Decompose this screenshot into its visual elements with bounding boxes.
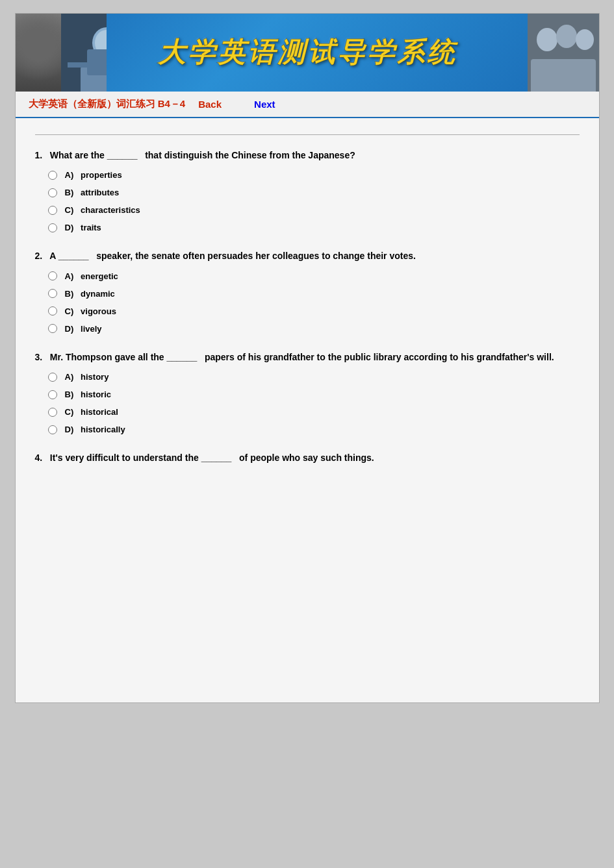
question-1-text: 1. What are the ______ that distinguish …	[35, 145, 580, 162]
list-item: C) vigorous	[48, 306, 580, 316]
q1-option-b[interactable]	[48, 188, 57, 197]
next-link[interactable]: Next	[254, 99, 275, 110]
question-1: 1. What are the ______ that distinguish …	[35, 145, 580, 232]
question-3-text: 3. Mr. Thompson gave all the ______ pape…	[35, 347, 580, 364]
question-2: 2. A ______ speaker, the senate often pe…	[35, 245, 580, 333]
nav-bar: 大学英语（全新版）词汇练习 B4－4 Back Next	[16, 92, 599, 118]
header-banner: 大学英语测试导学系统	[16, 14, 599, 92]
q3-option-a[interactable]	[48, 373, 57, 382]
list-item: B) dynamic	[48, 289, 580, 299]
content-area: 1. What are the ______ that distinguish …	[16, 118, 599, 702]
question-3-options: A) history B) historic C) historical D) …	[35, 372, 580, 434]
question-2-text: 2. A ______ speaker, the senate often pe…	[35, 245, 580, 263]
q1-label-d[interactable]: D) traits	[65, 223, 101, 232]
q1-label-a[interactable]: A) properties	[65, 170, 122, 180]
list-item: C) historical	[48, 407, 580, 417]
q1-label-c[interactable]: C) characteristics	[65, 205, 140, 215]
q3-label-c[interactable]: C) historical	[65, 407, 118, 417]
list-item: B) historic	[48, 390, 580, 399]
q3-option-d[interactable]	[48, 425, 57, 434]
q1-option-d[interactable]	[48, 223, 57, 232]
question-2-options: A) energetic B) dynamic C) vigorous D) l…	[35, 271, 580, 334]
list-item: D) historically	[48, 425, 580, 434]
q2-label-a[interactable]: A) energetic	[65, 271, 118, 281]
question-4: 4. It's very difficult to understand the…	[35, 447, 580, 465]
q3-option-b[interactable]	[48, 390, 57, 399]
q2-label-d[interactable]: D) lively	[65, 324, 102, 334]
list-item: A) properties	[48, 170, 580, 180]
svg-point-9	[537, 28, 557, 51]
question-1-options: A) properties B) attributes C) character…	[35, 170, 580, 232]
q2-option-c[interactable]	[48, 306, 57, 316]
header-title: 大学英语测试导学系统	[158, 34, 457, 71]
question-4-text: 4. It's very difficult to understand the…	[35, 447, 580, 465]
svg-rect-12	[531, 59, 596, 92]
list-item: D) lively	[48, 324, 580, 334]
main-container: 大学英语测试导学系统 大学英语（全新版）词汇练习 B4－4 Back Next	[15, 13, 600, 703]
svg-point-10	[556, 25, 577, 48]
top-divider	[35, 134, 580, 135]
list-item: C) characteristics	[48, 205, 580, 215]
q2-option-a[interactable]	[48, 271, 57, 280]
header-right-image	[528, 14, 599, 92]
list-item: B) attributes	[48, 188, 580, 197]
question-3: 3. Mr. Thompson gave all the ______ pape…	[35, 347, 580, 434]
course-title: 大学英语（全新版）词汇练习 B4－4	[29, 98, 186, 110]
svg-point-11	[576, 29, 594, 50]
back-link[interactable]: Back	[198, 99, 222, 110]
q1-option-c[interactable]	[48, 206, 57, 215]
q2-option-b[interactable]	[48, 289, 57, 298]
q3-label-d[interactable]: D) historically	[65, 425, 125, 434]
q1-option-a[interactable]	[48, 171, 57, 180]
page-wrapper: 大学英语测试导学系统 大学英语（全新版）词汇练习 B4－4 Back Next	[0, 0, 614, 716]
list-item: D) traits	[48, 223, 580, 232]
header-left-image	[16, 14, 107, 92]
q2-option-d[interactable]	[48, 324, 57, 333]
q2-label-c[interactable]: C) vigorous	[65, 306, 116, 316]
list-item: A) history	[48, 372, 580, 382]
q1-label-b[interactable]: B) attributes	[65, 188, 120, 197]
q3-label-b[interactable]: B) historic	[65, 390, 112, 399]
q2-label-b[interactable]: B) dynamic	[65, 289, 115, 299]
svg-rect-6	[87, 49, 107, 75]
q3-label-a[interactable]: A) history	[65, 372, 109, 382]
list-item: A) energetic	[48, 271, 580, 281]
q3-option-c[interactable]	[48, 408, 57, 417]
